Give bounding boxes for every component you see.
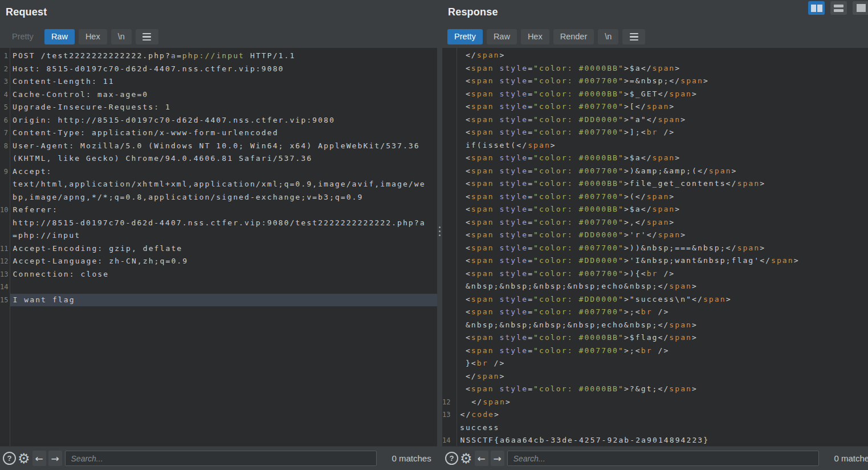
tab-hex[interactable]: Hex bbox=[521, 29, 549, 44]
search-next-button[interactable]: → bbox=[48, 451, 62, 466]
line-number bbox=[442, 100, 457, 114]
code-row: 12Accept-Language: zh-CN,zh;q=0.9 bbox=[0, 255, 437, 268]
line-number bbox=[442, 306, 457, 319]
code-text: Host: 8515-d0197c70-d62d-4407.nss.ctfer.… bbox=[10, 63, 437, 76]
code-row: 13</code> bbox=[442, 408, 868, 422]
settings-gear-icon[interactable]: ⚙ bbox=[460, 452, 472, 465]
code-text: <span style="color: #007700">)&amp;&amp;… bbox=[457, 165, 868, 178]
response-search-input[interactable] bbox=[507, 451, 819, 466]
tab-raw[interactable]: Raw bbox=[44, 29, 75, 44]
code-text: &nbsp;&nbsp;&nbsp;&nbsp;echo&nbsp;</span… bbox=[457, 280, 868, 293]
code-text: <span style="color: #DD0000">"a"</span> bbox=[457, 114, 868, 127]
code-row: <span style="color: #007700">){<br /> bbox=[442, 268, 868, 281]
line-number: 9 bbox=[0, 165, 10, 179]
code-text: (KHTML, like Gecko) Chrome/94.0.4606.81 … bbox=[10, 152, 437, 165]
help-icon[interactable]: ? bbox=[445, 452, 458, 465]
code-text: <span style="color: #DD0000">'r'</span> bbox=[457, 229, 868, 242]
line-number bbox=[442, 268, 457, 281]
line-number bbox=[442, 152, 457, 165]
line-number bbox=[0, 152, 10, 165]
code-row: 3Content-Length: 11 bbox=[0, 75, 437, 88]
code-text: Accept: bbox=[10, 165, 437, 179]
code-row: bp,image/apng,*/*;q=0.8,application/sign… bbox=[0, 191, 437, 204]
request-tab-menu-button[interactable] bbox=[136, 29, 158, 44]
line-number bbox=[442, 165, 457, 178]
tab-render[interactable]: Render bbox=[553, 29, 594, 44]
line-number bbox=[442, 177, 457, 191]
columns-icon bbox=[817, 5, 822, 12]
code-text: <span style="color: #0000BB">file_get_co… bbox=[457, 177, 868, 191]
code-row: <span style="color: #0000BB">file_get_co… bbox=[442, 177, 868, 191]
tab-raw[interactable]: Raw bbox=[487, 29, 517, 44]
tab-newline[interactable]: \n bbox=[111, 29, 132, 44]
layout-columns-button[interactable] bbox=[808, 1, 825, 15]
line-number bbox=[0, 191, 10, 204]
code-row: <span style="color: #0000BB">$a</span> bbox=[442, 152, 868, 165]
search-prev-button[interactable]: ← bbox=[475, 451, 488, 466]
code-row: 7Content-Type: application/x-www-form-ur… bbox=[0, 127, 437, 140]
settings-gear-icon[interactable]: ⚙ bbox=[18, 452, 30, 465]
tab-pretty[interactable]: Pretty bbox=[5, 29, 40, 44]
line-number bbox=[442, 242, 457, 255]
code-text: text/html,application/xhtml+xml,applicat… bbox=[10, 178, 437, 191]
code-text: Referer: bbox=[10, 204, 437, 217]
response-tab-bar: PrettyRawHexRender\n bbox=[447, 29, 645, 44]
code-row: 8User-Agent: Mozilla/5.0 (Windows NT 10.… bbox=[0, 140, 437, 153]
line-number bbox=[442, 357, 457, 370]
line-number bbox=[0, 217, 10, 230]
code-row: 14 bbox=[0, 281, 437, 294]
request-tab-bar: PrettyRawHex\n bbox=[5, 29, 158, 44]
code-text: <span style="color: #007700">];<br /> bbox=[457, 126, 868, 139]
code-row: <span style="color: #0000BB">?&gt;</span… bbox=[442, 383, 868, 396]
request-search-input[interactable] bbox=[65, 451, 377, 466]
layout-rows-button[interactable] bbox=[830, 1, 847, 15]
response-editor[interactable]: </span> <span style="color: #0000BB">$a<… bbox=[442, 48, 868, 447]
request-panel-title: Request bbox=[6, 6, 47, 18]
line-number: 10 bbox=[0, 204, 10, 217]
search-prev-button[interactable]: ← bbox=[32, 451, 46, 466]
hamburger-icon bbox=[630, 36, 638, 38]
code-row: <span style="color: #007700">[</span> bbox=[442, 100, 868, 114]
code-text: I want flag bbox=[10, 294, 437, 307]
hamburger-icon bbox=[630, 33, 638, 35]
code-text: <span style="color: #0000BB">$a</span> bbox=[457, 203, 868, 216]
code-text: <span style="color: #007700">(</span> bbox=[457, 191, 868, 204]
code-row: 6Origin: http://8515-d0197c70-d62d-4407.… bbox=[0, 114, 437, 127]
panel-divider[interactable] bbox=[437, 0, 442, 470]
code-text: POST /test2222222222222.php?a=php://inpu… bbox=[10, 50, 437, 63]
tab-pretty[interactable]: Pretty bbox=[447, 29, 483, 44]
line-number: 7 bbox=[0, 127, 10, 140]
search-next-button[interactable]: → bbox=[491, 451, 504, 466]
line-number: 6 bbox=[0, 114, 10, 127]
line-number bbox=[442, 383, 457, 396]
code-row: </span> bbox=[442, 49, 868, 62]
code-text: =php://input bbox=[10, 229, 437, 242]
code-text: <span style="color: #007700">){<br /> bbox=[457, 268, 868, 281]
code-row: 5Upgrade-Insecure-Requests: 1 bbox=[0, 101, 437, 114]
code-row: <span style="color: #007700">;<br /> bbox=[442, 306, 868, 319]
code-text: Content-Length: 11 bbox=[10, 75, 437, 88]
code-row: =php://input bbox=[0, 229, 437, 242]
code-row: 11Accept-Encoding: gzip, deflate bbox=[0, 242, 437, 256]
rows-icon bbox=[834, 5, 843, 7]
code-text: Cache-Control: max-age=0 bbox=[10, 88, 437, 102]
code-row: &nbsp;&nbsp;&nbsp;&nbsp;echo&nbsp;</span… bbox=[442, 319, 868, 332]
code-text: http://8515-d0197c70-d62d-4407.nss.ctfer… bbox=[10, 217, 437, 230]
line-number bbox=[0, 229, 10, 242]
code-row: </span> bbox=[442, 370, 868, 383]
line-number bbox=[442, 88, 457, 101]
line-number bbox=[442, 229, 457, 242]
hamburger-icon bbox=[142, 33, 151, 35]
request-editor[interactable]: 1POST /test2222222222222.php?a=php://inp… bbox=[0, 48, 437, 447]
help-icon[interactable]: ? bbox=[3, 452, 16, 465]
tab-hex[interactable]: Hex bbox=[79, 29, 107, 44]
response-panel-title: Response bbox=[448, 6, 498, 18]
line-number: 13 bbox=[0, 268, 10, 281]
line-number bbox=[442, 75, 457, 88]
response-tab-menu-button[interactable] bbox=[622, 29, 645, 44]
code-text: </span> bbox=[457, 49, 868, 62]
code-row: <span style="color: #007700">)&amp;&amp;… bbox=[442, 165, 868, 178]
layout-single-button[interactable] bbox=[853, 1, 868, 15]
tab-newline[interactable]: \n bbox=[598, 29, 618, 44]
code-row: <span style="color: #DD0000">"success\n"… bbox=[442, 293, 868, 306]
